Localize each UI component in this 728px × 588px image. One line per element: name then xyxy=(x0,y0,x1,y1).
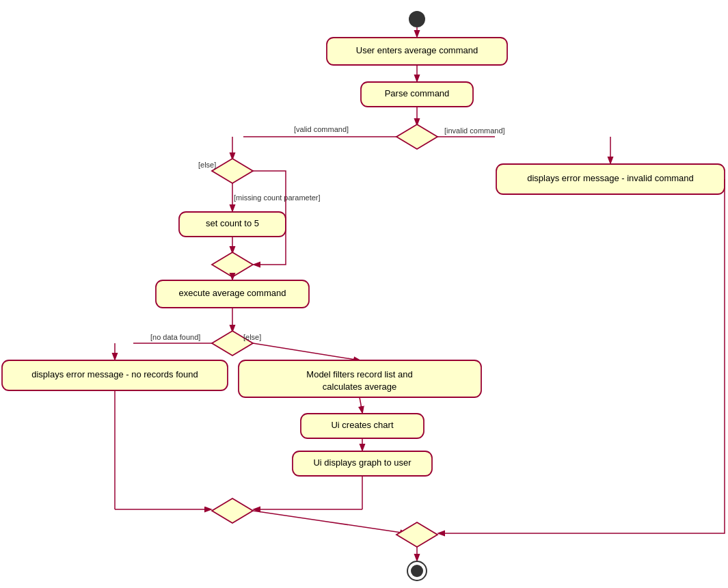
invalid-command-edge-label: [invalid command] xyxy=(444,126,505,135)
ui-creates-label: Ui creates chart xyxy=(331,420,393,430)
model-filters-label: Model filters record list and xyxy=(306,369,412,379)
no-records-label: displays error message - no records foun… xyxy=(31,369,198,379)
svg-line-14 xyxy=(360,397,362,412)
no-data-label: [no data found] xyxy=(150,333,200,341)
missing-count-label: [missing count parameter] xyxy=(234,193,321,202)
svg-line-20 xyxy=(253,511,406,533)
else2-label: [else] xyxy=(243,333,261,341)
parse-command-label: Parse command xyxy=(385,88,450,98)
activity-diagram: User enters average command Parse comman… xyxy=(0,0,728,588)
decision1-diamond xyxy=(396,124,437,149)
user-enters-label: User enters average command xyxy=(356,45,478,55)
set-count-label: set count to 5 xyxy=(206,218,259,228)
decision3-diamond xyxy=(212,252,253,277)
decision6-diamond xyxy=(396,522,437,547)
else1-label: [else] xyxy=(198,161,216,169)
execute-avg-label: execute average command xyxy=(179,288,286,298)
invalid-command-label: displays error message - invalid command xyxy=(527,173,693,183)
decision5-diamond xyxy=(212,498,253,523)
ui-displays-label: Ui displays graph to user xyxy=(313,457,412,468)
end-node-inner xyxy=(411,565,423,577)
valid-command-edge-label: [valid command] xyxy=(294,125,349,133)
model-filters-label2: calculates average xyxy=(323,382,396,392)
start-node xyxy=(409,11,425,27)
svg-line-13 xyxy=(253,343,360,360)
decision2-diamond xyxy=(212,159,253,183)
